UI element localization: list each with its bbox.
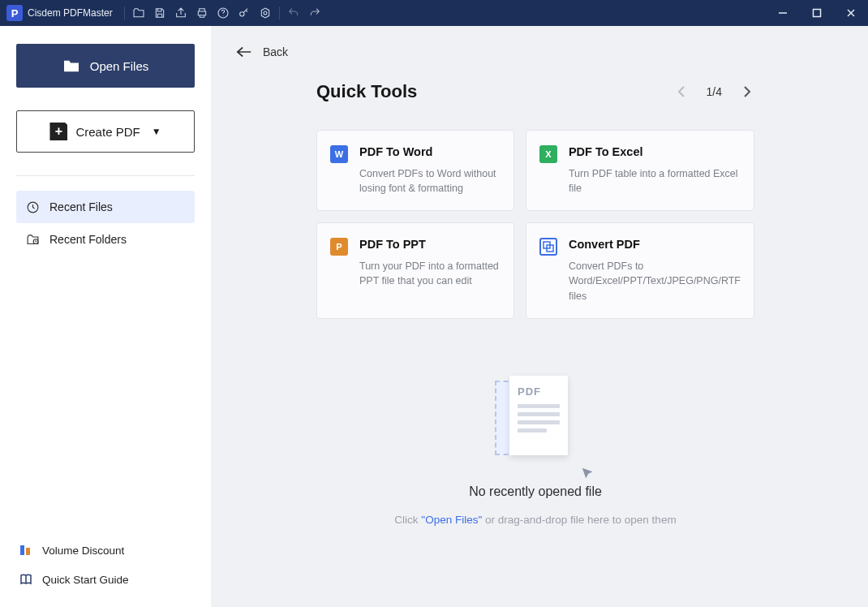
card-title: PDF To PPT [359,238,501,251]
save-icon[interactable] [149,2,170,24]
create-pdf-label: Create PDF [75,125,140,139]
create-pdf-button[interactable]: + Create PDF ▼ [16,110,195,153]
open-files-button[interactable]: Open Files [16,44,195,88]
quick-tools-title: Quick Tools [316,81,417,102]
settings-icon[interactable] [255,2,276,24]
convert-icon [539,238,557,256]
card-desc: Turn PDF table into a formatted Excel fi… [569,166,741,196]
clock-icon [26,200,40,214]
svg-rect-6 [20,545,24,555]
print-icon[interactable] [191,2,213,24]
tools-pager: 1/4 [674,84,754,99]
redo-icon[interactable] [304,2,325,24]
folder-icon [62,58,80,73]
sidebar-item-quick-start[interactable]: Quick Start Guide [16,565,195,594]
sidebar-item-volume-discount[interactable]: Volume Discount [16,536,195,565]
sidebar-item-label: Recent Files [49,200,113,213]
key-icon[interactable] [234,2,255,24]
card-pdf-to-ppt[interactable]: P PDF To PPT Turn your PDF into a format… [316,222,514,318]
quick-tools-header: Quick Tools 1/4 [235,81,836,102]
pdf-badge: PDF [518,385,560,398]
empty-title: No recently opened file [469,484,602,499]
titlebar-separator [279,6,280,19]
folder-clock-icon [26,233,40,247]
card-desc: Turn your PDF into a formatted PPT file … [359,259,501,288]
pager-next-button[interactable] [740,84,754,99]
svg-point-2 [264,11,267,15]
chevron-down-icon: ▼ [152,126,161,137]
card-title: Convert PDF [569,238,741,251]
empty-illustration: PDF [495,376,576,465]
sidebar-item-label: Quick Start Guide [42,574,129,586]
open-files-label: Open Files [90,59,149,73]
create-plus-icon: + [49,123,67,140]
card-convert-pdf[interactable]: Convert PDF Convert PDFs to Word/Excel/P… [526,222,754,318]
share-icon[interactable] [170,2,191,24]
empty-subtitle: Click "Open Files" or drag-and-drop file… [394,514,676,526]
open-icon[interactable] [128,2,149,24]
svg-rect-3 [814,10,821,17]
card-pdf-to-excel[interactable]: X PDF To Excel Turn PDF table into a for… [526,130,754,211]
volume-discount-icon [19,544,32,557]
sidebar-item-label: Volume Discount [42,545,124,557]
card-title: PDF To Excel [569,145,741,158]
sidebar-item-label: Recent Folders [49,233,127,246]
book-icon [19,573,32,586]
card-title: PDF To Word [359,145,501,158]
minimize-button[interactable] [766,0,800,26]
card-desc: Convert PDFs to Word without losing font… [359,166,501,196]
ppt-icon: P [330,238,348,256]
pager-prev-button[interactable] [674,84,689,99]
maximize-button[interactable] [800,0,834,26]
main-area: Back Quick Tools 1/4 W PDF To Word Conve… [211,26,868,607]
sidebar-item-recent-folders[interactable]: Recent Folders [16,223,195,256]
svg-rect-7 [26,548,30,555]
quick-tools-cards: W PDF To Word Convert PDFs to Word witho… [235,130,836,319]
sidebar-item-recent-files[interactable]: Recent Files [16,191,195,223]
sidebar-divider [16,175,195,176]
back-label: Back [263,45,288,58]
card-pdf-to-word[interactable]: W PDF To Word Convert PDFs to Word witho… [316,130,514,211]
sidebar: Open Files + Create PDF ▼ Recent Files R… [0,26,211,607]
app-logo: P [6,5,23,21]
svg-point-1 [239,12,243,16]
pager-indicator: 1/4 [707,85,722,98]
back-button[interactable]: Back [235,41,836,63]
card-desc: Convert PDFs to Word/Excel/PPT/Text/JPEG… [569,259,741,303]
undo-icon[interactable] [283,2,304,24]
word-icon: W [330,145,348,163]
titlebar-separator [124,6,125,19]
help-icon[interactable] [213,2,234,24]
app-name: Cisdem PDFMaster [28,7,113,19]
excel-icon: X [539,145,557,163]
titlebar: P Cisdem PDFMaster [0,0,868,26]
open-files-link[interactable]: "Open Files" [421,514,482,526]
close-button[interactable] [834,0,868,26]
empty-recent-zone[interactable]: PDF No recently opened file Click "Open … [235,376,836,526]
